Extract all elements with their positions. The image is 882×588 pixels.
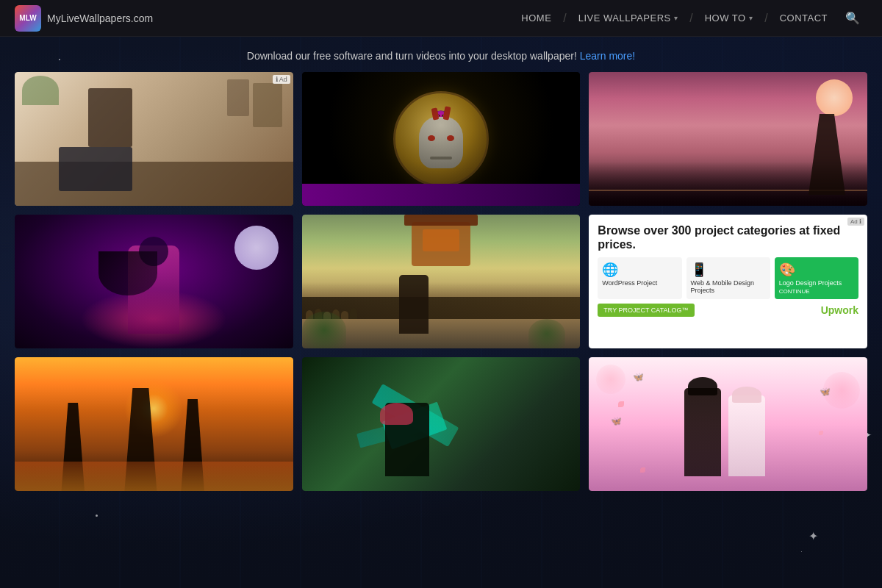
- couple-silhouettes: [684, 381, 772, 476]
- nav-link-howto[interactable]: HOW TO ▾: [695, 0, 763, 37]
- upwork-card-2-label: Web & Mobile Design Projects: [691, 279, 766, 294]
- upwork-card-logo: 🎨 Logo Design Projects CONTINUE: [775, 257, 858, 299]
- naruto-scene-image: [302, 215, 581, 348]
- upwork-cta-button[interactable]: TRY PROJECT CATALOG™: [598, 304, 694, 317]
- nav-item-contact: CONTACT: [770, 0, 838, 37]
- warrior-moon: [234, 226, 279, 270]
- demon-slayer-group-image: [15, 357, 293, 491]
- ad-woman-image: ℹ Ad: [15, 72, 293, 206]
- grid-item-anime-warrior[interactable]: [15, 215, 293, 348]
- brand-name: MyLiveWallpapers.com: [47, 12, 153, 24]
- nav-sep-1: /: [562, 12, 567, 25]
- upwork-cards: 🌐 WordPress Project 📱 Web & Mobile Desig…: [598, 257, 858, 299]
- grid-item-upwork-ad[interactable]: Ad ℹ Browse over 300 project categories …: [589, 215, 867, 348]
- live-wallpapers-dropdown-arrow: ▾: [674, 14, 678, 22]
- nav-menu: HOME / LIVE WALLPAPERS ▾ / HOW TO ▾ / CO…: [511, 0, 867, 37]
- ad-badge: ℹ Ad: [273, 75, 290, 84]
- grid-item-demon-slayer-group[interactable]: [15, 357, 293, 491]
- sparkle-star-6: ✦: [808, 529, 818, 543]
- char-2-hair: [732, 387, 761, 403]
- nav-item-live-wallpapers: LIVE WALLPAPERS ▾: [568, 0, 689, 37]
- demon-slayer-fight-image: [302, 357, 581, 491]
- upwork-card-3-label: Logo Design Projects: [779, 279, 854, 287]
- anime-villain-image: 👿: [302, 72, 581, 206]
- upwork-card-3-sub: CONTINUE: [779, 288, 854, 295]
- nav-link-home[interactable]: HOME: [511, 0, 562, 37]
- anime-girl-sky-image: [589, 72, 867, 206]
- logo-text: MLW: [19, 14, 36, 22]
- upwork-ad-badge: Ad ℹ: [847, 218, 864, 226]
- crowd: [302, 297, 581, 319]
- petal-2: [819, 431, 823, 435]
- nav-item-home: HOME: [511, 0, 562, 37]
- moon-element: [816, 79, 853, 116]
- nav-separator-3: /: [763, 12, 769, 25]
- nav-item-howto: HOW TO ▾: [695, 0, 763, 37]
- anime-couple-image: 🦋 🦋 🦋: [589, 357, 867, 491]
- villain-band: [302, 184, 581, 206]
- search-icon[interactable]: 🔍: [838, 11, 867, 25]
- upwork-card-1-label: WordPress Project: [602, 279, 677, 287]
- nav-sep-2: /: [688, 12, 694, 25]
- learn-more-link[interactable]: Learn more!: [580, 50, 635, 62]
- promo-banner: Download our free software and turn vide…: [0, 37, 882, 72]
- upwork-card-webmobile: 📱 Web & Mobile Design Projects: [686, 257, 770, 299]
- upwork-bottom: TRY PROJECT CATALOG™ Upwork: [598, 304, 858, 317]
- nav-separator-2: /: [688, 12, 694, 25]
- grid-item-anime-girl-sky[interactable]: [589, 72, 867, 206]
- pink-hair: [380, 403, 413, 425]
- fighter-silhouette: [399, 275, 429, 334]
- grid-item-ad-woman[interactable]: ℹ Ad: [15, 72, 293, 206]
- nav-sep-3: /: [763, 12, 769, 25]
- butterfly-3: 🦋: [611, 416, 622, 426]
- brand-link[interactable]: MLW MyLiveWallpapers.com: [15, 5, 153, 32]
- char-1-hair: [688, 377, 717, 395]
- dojo-sign: [423, 229, 459, 251]
- wallpaper-grid: ℹ Ad 👿: [15, 72, 867, 491]
- ad-overlay: ℹ Ad: [15, 72, 293, 206]
- upwork-web-icon: 📱: [691, 262, 766, 278]
- nav-link-contact[interactable]: CONTACT: [770, 0, 838, 37]
- ground-glow: [15, 462, 293, 491]
- char-1: [684, 388, 721, 476]
- grid-item-anime-villain[interactable]: 👿: [302, 72, 581, 206]
- main-content: ℹ Ad 👿: [0, 72, 882, 491]
- butterfly-1: 🦋: [633, 372, 644, 382]
- upwork-wordpress-icon: 🌐: [602, 262, 677, 278]
- char-2: [728, 395, 765, 476]
- grid-item-naruto-scene[interactable]: [302, 215, 581, 348]
- crowd-area: [302, 282, 581, 319]
- nav-item-search: 🔍: [838, 11, 867, 25]
- upwork-ad-container: Ad ℹ Browse over 300 project categories …: [589, 215, 867, 348]
- upwork-logo: Upwork: [821, 304, 858, 316]
- butterfly-2: 🦋: [820, 387, 831, 397]
- anime-warrior-image: [15, 215, 293, 348]
- upwork-card-wordpress: 🌐 WordPress Project: [598, 257, 681, 299]
- plant-left: [302, 312, 346, 348]
- navbar: MLW MyLiveWallpapers.com HOME / LIVE WAL…: [0, 0, 882, 37]
- plant-right: [528, 319, 565, 348]
- banner-text: Download our free software and turn vide…: [247, 50, 577, 62]
- howto-dropdown-arrow: ▾: [749, 14, 753, 22]
- dojo-roof: [404, 215, 478, 226]
- upwork-logo-icon: 🎨: [779, 262, 854, 278]
- brand-logo: MLW: [15, 5, 41, 32]
- warrior-hair: [98, 251, 157, 295]
- grid-item-demon-slayer-fight[interactable]: [302, 357, 581, 491]
- ad-info-icon: ℹ: [276, 76, 278, 83]
- nav-separator-1: /: [562, 12, 567, 25]
- grid-item-anime-couple[interactable]: 🦋 🦋 🦋: [589, 357, 867, 491]
- upwork-title: Browse over 300 project categories at fi…: [598, 223, 858, 251]
- nav-link-live-wallpapers[interactable]: LIVE WALLPAPERS ▾: [568, 0, 689, 37]
